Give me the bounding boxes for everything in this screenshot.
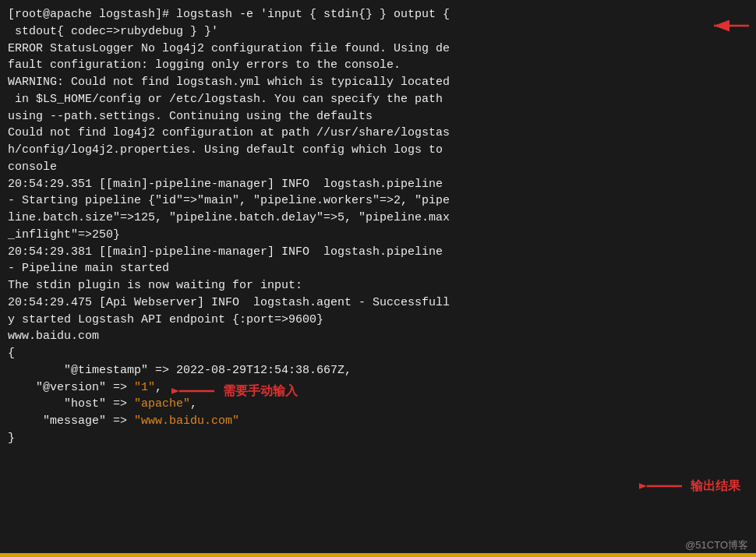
line-6: in $LS_HOME/config or /etc/logstash. You…: [8, 91, 748, 108]
output-result-label: 输出结果: [691, 478, 740, 495]
line-21: {: [8, 345, 748, 362]
line-2: stdout{ codec=>rubydebug } }': [8, 23, 748, 41]
terminal-content: [root@apache logstash]# logstash -e 'inp…: [8, 6, 748, 447]
line-14: _inflight"=>250}: [8, 227, 748, 244]
arrow-manual-input: [171, 380, 218, 402]
bottom-bar: [0, 553, 756, 557]
arrow-output-result: [639, 475, 686, 497]
line-26: }: [8, 430, 748, 447]
line-4: fault configuration: logging only errors…: [8, 57, 748, 74]
arrow-top-right: [706, 14, 753, 37]
line-16: - Pipeline main started: [8, 260, 748, 277]
line-20: www.baidu.com: [8, 328, 748, 345]
line-13: line.batch.size"=>125, "pipeline.batch.d…: [8, 210, 748, 227]
line-15: 20:54:29.381 [[main]-pipeline-manager] I…: [8, 244, 748, 261]
watermark: @51CTO博客: [685, 538, 748, 552]
line-12: - Starting pipeline {"id"=>"main", "pipe…: [8, 192, 748, 210]
line-18: 20:54:29.475 [Api Webserver] INFO logsta…: [8, 294, 748, 312]
line-3: ERROR StatusLogger No log4j2 configurati…: [8, 41, 748, 58]
line-24: "host" => "apache",: [8, 396, 748, 413]
line-8: Could not find log4j2 configuration at p…: [8, 125, 748, 142]
line-11: 20:54:29.351 [[main]-pipeline-manager] I…: [8, 176, 748, 193]
line-9: h/config/log4j2.properties. Using defaul…: [8, 142, 748, 159]
manual-input-label: 需要手动输入: [223, 383, 298, 400]
line-23: "@version" => "1",: [8, 379, 748, 397]
line-7: using --path.settings. Continuing using …: [8, 108, 748, 125]
manual-input-annotation: 需要手动输入: [171, 380, 298, 402]
line-10: console: [8, 159, 748, 176]
line-1: [root@apache logstash]# logstash -e 'inp…: [8, 6, 748, 23]
line-25: "message" => "www.baidu.com": [8, 413, 748, 430]
line-17: The stdin plugin is now waiting for inpu…: [8, 277, 748, 294]
line-5: WARNING: Could not find logstash.yml whi…: [8, 74, 748, 91]
terminal: [root@apache logstash]# logstash -e 'inp…: [0, 0, 756, 557]
output-result-annotation: 输出结果: [639, 475, 740, 497]
line-22: "@timestamp" => 2022-08-29T12:54:38.667Z…: [8, 362, 748, 379]
line-19: y started Logstash API endpoint {:port=>…: [8, 312, 748, 329]
